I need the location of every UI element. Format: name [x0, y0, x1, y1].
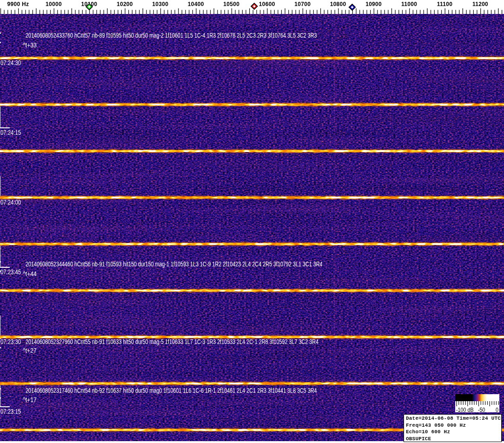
- svg-text:11200: 11200: [472, 1, 488, 7]
- svg-text:10500: 10500: [223, 1, 239, 7]
- svg-text:10900: 10900: [365, 1, 382, 7]
- svg-text:10200: 10200: [117, 1, 133, 7]
- svg-text:11100: 11100: [437, 1, 453, 7]
- svg-text:10000: 10000: [46, 1, 62, 7]
- svg-text:10800: 10800: [330, 1, 346, 7]
- svg-text:10600: 10600: [259, 1, 275, 7]
- svg-text:10300: 10300: [152, 1, 168, 7]
- svg-text:9900 Hz: 9900 Hz: [7, 1, 29, 7]
- svg-text:11000: 11000: [401, 1, 417, 7]
- svg-text:10400: 10400: [188, 1, 204, 7]
- svg-text:10700: 10700: [294, 1, 311, 7]
